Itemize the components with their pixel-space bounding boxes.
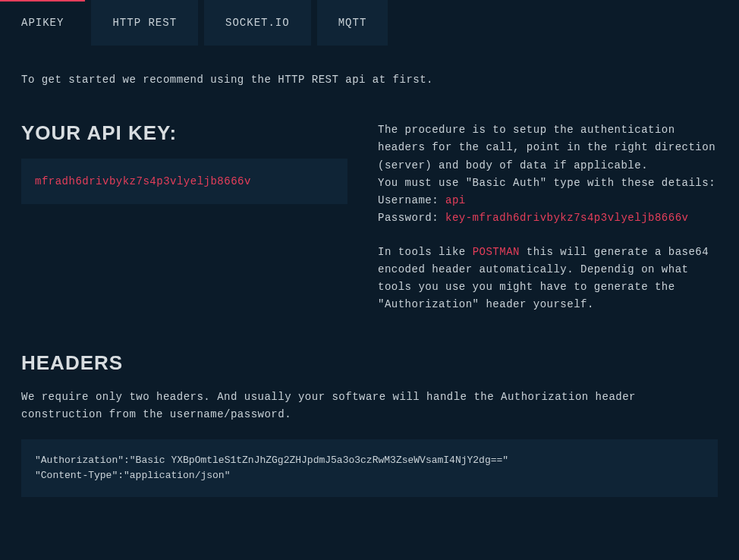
intro-text: To get started we recommend using the HT… (21, 71, 718, 88)
username-label: Username: (378, 194, 445, 206)
password-line: Password: key-mfradh6drivbykz7s4p3vlyelj… (378, 209, 718, 227)
headers-code-block: "Authorization":"Basic YXBpOmtleS1tZnJhZ… (21, 439, 718, 497)
apikey-heading: YOUR API KEY: (21, 121, 347, 145)
password-label: Password: (378, 212, 445, 224)
postman-pre: In tools like (378, 246, 473, 258)
tab-bar: APIKEY HTTP REST SOCKET.IO MQTT (0, 0, 739, 46)
apikey-value: mfradh6drivbykz7s4p3vlyeljb8666v (35, 175, 251, 187)
headers-heading: HEADERS (21, 351, 718, 375)
postman-link[interactable]: POSTMAN (473, 246, 520, 258)
password-value: key-mfradh6drivbykz7s4p3vlyeljb8666v (445, 212, 688, 224)
tab-apikey[interactable]: APIKEY (0, 0, 85, 46)
procedure-para-2: You must use "Basic Auth" type with thes… (378, 175, 718, 192)
tab-socketio[interactable]: SOCKET.IO (204, 0, 311, 46)
apikey-value-box: mfradh6drivbykz7s4p3vlyeljb8666v (21, 159, 347, 204)
apikey-column: YOUR API KEY: mfradh6drivbykz7s4p3vlyelj… (21, 121, 347, 313)
tab-http-rest[interactable]: HTTP REST (91, 0, 198, 46)
postman-para: In tools like POSTMAN this will generate… (378, 244, 718, 313)
api-panel: APIKEY HTTP REST SOCKET.IO MQTT To get s… (0, 0, 739, 560)
username-line: Username: api (378, 192, 718, 209)
two-column-row: YOUR API KEY: mfradh6drivbykz7s4p3vlyelj… (21, 121, 718, 313)
tab-content: To get started we recommend using the HT… (0, 46, 739, 497)
headers-desc: We require only two headers. And usually… (21, 389, 718, 423)
procedure-para-1: The procedure is to setup the authentica… (378, 121, 718, 174)
username-value: api (445, 194, 466, 206)
procedure-column: The procedure is to setup the authentica… (378, 121, 718, 313)
tab-mqtt[interactable]: MQTT (317, 0, 388, 46)
